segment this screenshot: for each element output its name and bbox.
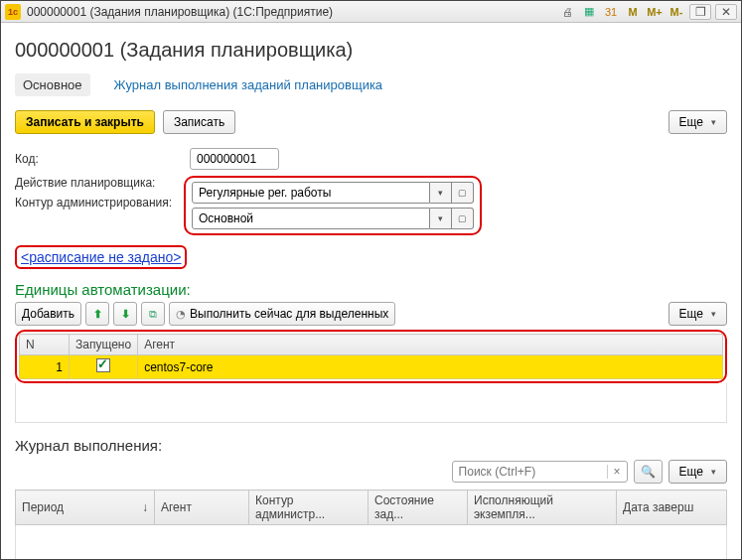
page-title: 000000001 (Задания планировщика) xyxy=(15,39,727,62)
add-button[interactable]: Добавить xyxy=(15,302,81,326)
units-table: N Запущено Агент 1 centos7-core xyxy=(19,334,723,379)
highlighted-fields-frame: Регулярные рег. работы ▾ ▢ Основной ▾ ▢ xyxy=(184,176,482,235)
contour-open-icon[interactable]: ▢ xyxy=(452,208,474,229)
log-col-agent[interactable]: Агент xyxy=(155,490,249,525)
units-grid-empty-area xyxy=(15,383,727,423)
more-button-units[interactable]: Еще xyxy=(668,302,727,326)
schedule-link[interactable]: <расписание не задано> xyxy=(15,245,187,269)
log-section-header: Журнал выполнения: xyxy=(15,437,727,454)
arrow-down-icon: ⬇ xyxy=(121,308,130,321)
contour-dropdown-icon[interactable]: ▾ xyxy=(430,208,452,229)
memory-mminus-button[interactable]: M- xyxy=(668,3,685,21)
save-button[interactable]: Записать xyxy=(163,110,235,134)
search-options-button[interactable]: 🔍 xyxy=(634,460,663,484)
action-dropdown-icon[interactable]: ▾ xyxy=(430,182,452,204)
code-label: Код: xyxy=(15,152,184,166)
tab-bar: Основное Журнал выполнения заданий плани… xyxy=(15,73,727,96)
log-col-state[interactable]: Состояние зад... xyxy=(369,490,468,525)
copy-button[interactable]: ⧉ xyxy=(141,302,165,326)
cell-n: 1 xyxy=(20,355,70,379)
log-grid-empty-area xyxy=(15,525,727,560)
units-grid-frame: N Запущено Агент 1 centos7-core xyxy=(15,330,727,383)
memory-mplus-button[interactable]: M+ xyxy=(646,3,664,21)
window-title: 000000001 (Задания планировщика) (1С:Пре… xyxy=(27,5,552,19)
log-table: Период ↓ Агент Контур администр... Состо… xyxy=(15,490,727,525)
action-combo[interactable]: Регулярные рег. работы xyxy=(192,182,430,204)
run-now-label: Выполнить сейчас для выделенных xyxy=(190,307,388,321)
move-up-button[interactable]: ⬆ xyxy=(85,302,109,326)
col-started[interactable]: Запущено xyxy=(70,335,138,355)
log-col-executor[interactable]: Исполняющий экземпля... xyxy=(468,490,617,525)
sort-desc-icon: ↓ xyxy=(142,500,148,514)
print-icon[interactable]: 🖨 xyxy=(558,3,576,21)
memory-m-button[interactable]: M xyxy=(624,3,642,21)
checkbox-checked-icon[interactable] xyxy=(96,358,110,372)
search-input[interactable] xyxy=(453,465,607,479)
run-now-button[interactable]: ◔Выполнить сейчас для выделенных xyxy=(169,302,395,326)
search-box[interactable]: × xyxy=(452,461,628,483)
calculator-icon[interactable]: ▦ xyxy=(580,3,598,21)
more-button-log[interactable]: Еще xyxy=(668,460,727,484)
log-col-period[interactable]: Период ↓ xyxy=(16,490,155,525)
code-input[interactable] xyxy=(190,148,279,170)
more-button-top[interactable]: Еще xyxy=(668,110,727,134)
col-agent[interactable]: Агент xyxy=(138,335,723,355)
tab-log-link[interactable]: Журнал выполнения заданий планировщика xyxy=(106,73,391,96)
cell-started[interactable] xyxy=(70,355,138,379)
table-row[interactable]: 1 centos7-core xyxy=(20,355,723,379)
save-and-close-button[interactable]: Записать и закрыть xyxy=(15,110,155,134)
arrow-up-icon: ⬆ xyxy=(93,308,102,321)
action-open-icon[interactable]: ▢ xyxy=(452,182,474,204)
log-col-contour[interactable]: Контур администр... xyxy=(249,490,369,525)
clear-search-icon[interactable]: × xyxy=(607,465,627,479)
col-n[interactable]: N xyxy=(20,335,70,355)
log-col-finished[interactable]: Дата заверш xyxy=(617,490,727,525)
move-down-button[interactable]: ⬇ xyxy=(113,302,137,326)
calendar-icon[interactable]: 31 xyxy=(602,3,620,21)
magnifier-icon: 🔍 xyxy=(641,465,656,479)
window-titlebar: 1c 000000001 (Задания планировщика) (1С:… xyxy=(1,1,741,23)
units-section-header: Единицы автоматизации: xyxy=(15,281,727,298)
action-label: Действие планировщика: xyxy=(15,176,184,190)
copy-icon: ⧉ xyxy=(149,308,157,321)
window-close-button[interactable]: ✕ xyxy=(715,4,737,20)
contour-label: Контур администрирования: xyxy=(15,196,184,210)
contour-combo[interactable]: Основной xyxy=(192,208,430,229)
tab-main[interactable]: Основное xyxy=(15,73,90,96)
clock-icon: ◔ xyxy=(176,308,186,321)
cell-agent: centos7-core xyxy=(138,355,723,379)
window-restore-button[interactable]: ❐ xyxy=(689,4,711,20)
app-logo-icon: 1c xyxy=(5,4,21,20)
